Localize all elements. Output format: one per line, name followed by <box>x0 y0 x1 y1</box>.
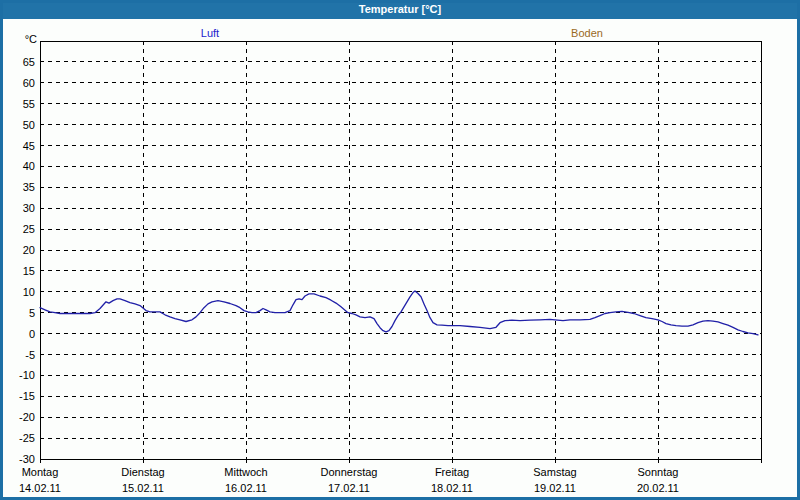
y-axis-label: -30 <box>0 453 35 465</box>
x-axis-date-label: 14.02.11 <box>0 482 92 495</box>
y-axis-label: 15 <box>0 265 35 277</box>
y-axis-label: 5 <box>0 307 35 319</box>
x-axis-day-label: Samstag <box>503 466 607 479</box>
x-axis-date-label: 18.02.11 <box>400 482 504 495</box>
y-axis-unit-label: °C <box>0 33 37 45</box>
x-axis-date-label: 20.02.11 <box>606 482 710 495</box>
y-axis-label: 25 <box>0 223 35 235</box>
x-axis-day-label: Sonntag <box>606 466 710 479</box>
x-axis-day-label: Donnerstag <box>297 466 401 479</box>
x-axis-day-label: Dienstag <box>91 466 195 479</box>
x-axis-date-label: 17.02.11 <box>297 482 401 495</box>
x-axis-day-label: Mittwoch <box>194 466 298 479</box>
y-axis-label: 45 <box>0 140 35 152</box>
legend-item-luft: Luft <box>170 26 250 40</box>
y-axis-label: 10 <box>0 286 35 298</box>
temperature-chart-window: Temperatur [°C] Luft Boden °C 6560555045… <box>0 0 800 500</box>
chart-plot-area <box>0 0 800 500</box>
y-axis-label: -20 <box>0 411 35 423</box>
x-axis-date-label: 16.02.11 <box>194 482 298 495</box>
y-axis-label: 60 <box>0 77 35 89</box>
y-axis-label: 20 <box>0 244 35 256</box>
y-axis-label: 40 <box>0 160 35 172</box>
x-axis-day-label: Montag <box>0 466 92 479</box>
x-axis-date-label: 15.02.11 <box>91 482 195 495</box>
y-axis-label: 55 <box>0 98 35 110</box>
y-axis-label: 30 <box>0 202 35 214</box>
y-axis-label: -10 <box>0 369 35 381</box>
window-title-bar: Temperatur [°C] <box>0 0 800 19</box>
y-axis-label: -25 <box>0 432 35 444</box>
y-axis-label: 65 <box>0 56 35 68</box>
y-axis-label: -15 <box>0 390 35 402</box>
y-axis-label: -5 <box>0 349 35 361</box>
temperature-line-chart: 65605550454035302520151050-5-10-15-20-25… <box>0 0 800 500</box>
legend-item-boden: Boden <box>547 26 627 40</box>
x-axis-date-label: 19.02.11 <box>503 482 607 495</box>
y-axis-label: 50 <box>0 119 35 131</box>
y-axis-label: 35 <box>0 181 35 193</box>
x-axis-day-label: Freitag <box>400 466 504 479</box>
y-axis-label: 0 <box>0 328 35 340</box>
